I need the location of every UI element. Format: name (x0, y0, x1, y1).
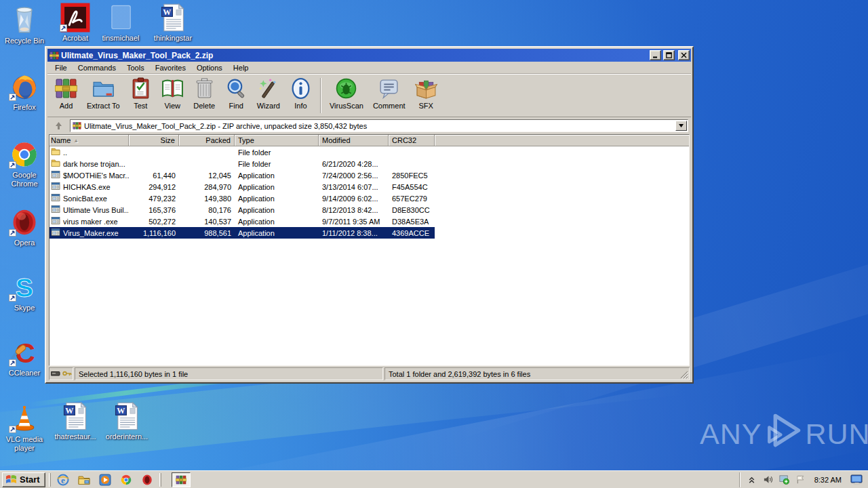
file-row-1[interactable]: dark horse trojan...File folder6/21/2020… (50, 158, 435, 169)
file-name-cell: HICHKAS.exe (50, 182, 129, 192)
toolbar-button-add[interactable]: Add (50, 76, 82, 110)
toolbar-button-sfx[interactable]: SFX (410, 76, 442, 110)
file-row-3[interactable]: HICHKAS.exe294,912284,970Application3/13… (50, 181, 435, 192)
file-name: HICHKAS.exe (63, 183, 111, 191)
file-row-0[interactable]: ..File folder (50, 146, 435, 158)
file-crc: 4369ACCE (389, 229, 435, 237)
toolbar-button-test[interactable]: Test (125, 76, 157, 110)
shortcut-arrow-icon (9, 294, 16, 302)
menu-options[interactable]: Options (191, 62, 228, 73)
desktop-icon-label: Firefox (1, 103, 47, 112)
file-row-4[interactable]: SonicBat.exe479,232149,380Application9/1… (50, 192, 435, 204)
menu-file[interactable]: File (50, 62, 73, 73)
file-packed: 988,561 (179, 229, 235, 237)
resize-grip-icon[interactable] (680, 371, 688, 379)
taskbar-winrar-task[interactable] (172, 472, 191, 487)
archive-path-combo[interactable]: Ulitmate_Virus_Maker_Tool_Pack_2.zip - Z… (70, 119, 688, 132)
toolbar-button-delete[interactable]: Delete (189, 76, 220, 110)
shortcut-arrow-icon (9, 229, 16, 237)
volume-icon[interactable] (763, 474, 773, 485)
desktop-icon-tinsmichael[interactable]: tinsmichael (98, 0, 144, 43)
desktop-icon-vlc-media-player[interactable]: VLC media player (1, 401, 47, 453)
menu-tools[interactable]: Tools (121, 62, 150, 73)
desktop-icon-thatrestaur[interactable]: Wthatrestaur... (52, 399, 98, 441)
column-header-size[interactable]: Size (129, 135, 179, 146)
minimize-button[interactable] (650, 50, 661, 60)
chrome-small-icon[interactable] (120, 474, 132, 486)
file-name: dark horse trojan... (63, 160, 125, 168)
application-icon (51, 170, 60, 180)
toolbar-button-wizard[interactable]: Wizard (252, 76, 285, 110)
explorer-icon[interactable] (78, 474, 90, 486)
desktop-icon-label: Recycle Bin (1, 37, 47, 45)
chevron-up-icon[interactable] (747, 474, 757, 485)
watermark-run-text: RUN (805, 418, 868, 451)
status-icons (49, 367, 73, 380)
desktop-icon-google-chrome[interactable]: Google Chrome (1, 137, 47, 188)
opera-small-icon[interactable] (141, 474, 153, 486)
start-button[interactable]: Start (2, 472, 45, 487)
ie-icon[interactable]: e (57, 474, 69, 486)
shortcut-arrow-icon (9, 426, 16, 433)
desktop-icon-acrobat[interactable]: Acrobat (52, 0, 98, 43)
file-row-2[interactable]: $MOOTHiE's Macr...61,44012,045Applicatio… (50, 169, 435, 181)
column-header-packed[interactable]: Packed (179, 135, 235, 146)
desktop-icon-opera[interactable]: Opera (1, 205, 47, 247)
desktop-icon-label: thinkingstar (150, 34, 196, 43)
toolbar-button-label: Add (60, 102, 73, 110)
file-row-7[interactable]: Virus_Maker.exe1,116,160988,561Applicati… (50, 227, 435, 239)
column-header-label: Modified (322, 136, 351, 144)
word-doc-icon: W (150, 0, 196, 33)
menu-help[interactable]: Help (228, 62, 254, 73)
column-header-crc32[interactable]: CRC32 (389, 135, 435, 146)
up-directory-button[interactable] (50, 119, 66, 132)
monitor-icon[interactable] (850, 474, 863, 485)
toolbar-button-info[interactable]: Info (285, 76, 317, 110)
title-bar[interactable]: Ulitmate_Virus_Maker_Tool_Pack_2.zip (47, 49, 691, 62)
column-header-type[interactable]: Type (235, 135, 319, 146)
file-name: $MOOTHiE's Macr... (63, 171, 129, 180)
toolbar-separator (320, 78, 321, 113)
menu-favorites[interactable]: Favorites (150, 62, 191, 73)
file-name-cell: Virus_Maker.exe (50, 228, 129, 238)
close-button[interactable] (678, 50, 690, 60)
toolbar-button-find[interactable]: Find (220, 76, 252, 110)
toolbar-button-extract-to[interactable]: Extract To (82, 76, 125, 110)
find-icon (225, 77, 248, 101)
desktop-icon-thinkingstar[interactable]: Wthinkingstar (150, 0, 196, 43)
update-icon[interactable] (779, 474, 789, 485)
desktop-icon-skype[interactable]: SSkype (1, 270, 47, 312)
file-size: 294,912 (129, 183, 179, 191)
desktop-icon-label: orderintern... (104, 432, 150, 441)
file-type: File folder (235, 148, 319, 157)
file-name-cell: .. (50, 147, 129, 157)
file-row-5[interactable]: Ultimate Virus Buil...165,37680,176Appli… (50, 204, 435, 216)
quick-launch: e (54, 474, 156, 486)
toolbar-drag-handle[interactable] (49, 473, 51, 487)
desktop-icon-recycle-bin[interactable]: Recycle Bin (1, 3, 47, 45)
file-crc: 2850FEC5 (389, 171, 435, 180)
desktop-icon-firefox[interactable]: Firefox (1, 69, 47, 112)
toolbar-button-comment[interactable]: Comment (368, 76, 410, 110)
column-header-name[interactable]: Name▲ (50, 135, 129, 146)
combo-dropdown-button[interactable] (675, 121, 687, 131)
file-modified: 6/21/2020 4:28... (319, 160, 389, 168)
file-packed: 149,380 (179, 195, 235, 203)
wmp-icon[interactable] (99, 474, 111, 486)
file-crc: D38A5E3A (389, 218, 435, 226)
toolbar-button-view[interactable]: View (157, 76, 189, 110)
menu-commands[interactable]: Commands (73, 62, 121, 73)
anyrun-play-icon (765, 412, 802, 455)
file-name: virus maker .exe (63, 218, 118, 226)
maximize-button[interactable] (663, 50, 675, 60)
toolbar-button-label: Find (229, 102, 243, 110)
file-row-6[interactable]: virus maker .exe502,272140,537Applicatio… (50, 216, 435, 227)
flag-icon[interactable] (795, 474, 806, 485)
toolbar-drag-handle[interactable] (159, 473, 161, 487)
desktop-icon-ccleaner[interactable]: CCCleaner (1, 335, 47, 378)
toolbar-button-label: Comment (373, 102, 406, 110)
desktop-icon-orderintern[interactable]: Worderintern... (104, 399, 150, 441)
clock[interactable]: 8:32 AM (812, 476, 844, 484)
toolbar-button-virusscan[interactable]: VirusScan (325, 76, 368, 110)
column-header-modified[interactable]: Modified (319, 135, 389, 146)
